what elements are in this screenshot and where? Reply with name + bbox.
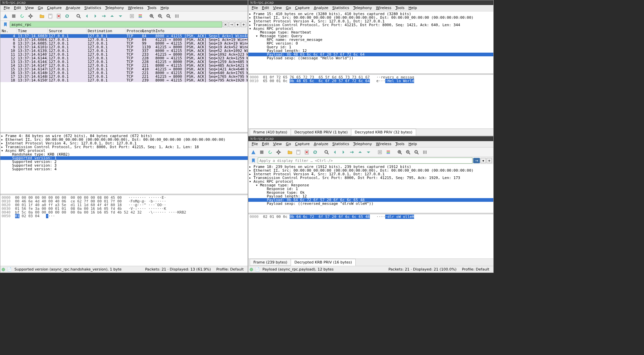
menu-go[interactable]: Go <box>284 5 293 11</box>
packet-bytes[interactable]: 0000 01 0f 72 65 76 65 72 73 65 5f 6d 65… <box>248 75 493 128</box>
save-icon[interactable] <box>47 12 54 20</box>
autoscroll-icon[interactable] <box>376 149 384 156</box>
menu-help[interactable]: Help <box>406 141 419 147</box>
menu-view[interactable]: View <box>23 5 36 11</box>
arrow-down-icon[interactable] <box>117 12 124 20</box>
bytes-tab[interactable]: Frame (239 bytes) <box>250 259 291 266</box>
tree-item[interactable]: Payload sexp: ((message "Hello World")) <box>248 56 493 60</box>
menu-go[interactable]: Go <box>36 5 45 11</box>
menu-wireless[interactable]: Wireless <box>374 141 393 147</box>
add-filter-icon[interactable]: + <box>487 158 492 163</box>
packet-row[interactable]: 1613:37:14.614865127.0.0.1127.0.0.1TCP22… <box>0 71 248 75</box>
column-header[interactable]: Info <box>154 28 248 34</box>
packet-row[interactable]: 1813:37:14.615057127.0.0.1127.0.0.1TCP23… <box>0 78 248 82</box>
refresh-icon[interactable] <box>311 149 319 156</box>
menu-wireless[interactable]: Wireless <box>374 5 393 11</box>
menu-tools[interactable]: Tools <box>393 5 406 11</box>
menu-help[interactable]: Help <box>158 5 171 11</box>
menu-telephony[interactable]: Telephony <box>351 5 374 11</box>
stop-icon[interactable] <box>258 149 265 156</box>
tree-item[interactable]: Payload sexp: ((reversed_message "dlroW … <box>248 202 493 205</box>
menu-edit[interactable]: Edit <box>12 5 23 11</box>
close-file-icon[interactable] <box>55 12 62 20</box>
packet-row[interactable]: 813:37:14.608522127.0.0.1127.0.0.1TCP998… <box>0 42 248 45</box>
menu-telephony[interactable]: Telephony <box>103 5 126 11</box>
filter-dropdown-icon[interactable]: ▾ <box>481 158 486 163</box>
display-filter-input[interactable] <box>10 21 222 27</box>
menu-edit[interactable]: Edit <box>260 5 271 11</box>
packet-details[interactable]: ▸ Frame 4: 84 bytes on wire (672 bits), … <box>0 133 248 194</box>
restart-icon[interactable] <box>266 149 274 156</box>
packet-row[interactable]: 1313:37:14.614434127.0.0.1127.0.0.1TCP22… <box>0 60 248 64</box>
hex-row[interactable]: 0050 01 02 03 04 ···· <box>2 214 246 218</box>
bytes-tab[interactable]: Decrypted KRB PRIV (32 bytes) <box>351 129 416 136</box>
column-header[interactable]: Source <box>47 28 86 34</box>
packet-details[interactable]: ▸ Frame 15: 410 bytes on wire (3280 bits… <box>248 11 493 73</box>
folder-open-icon[interactable] <box>38 12 46 20</box>
tree-item[interactable]: Supported version: 4 <box>0 167 248 171</box>
zoom-out-icon[interactable] <box>404 149 412 156</box>
packet-bytes[interactable]: 0000 00 00 00 00 00 00 00 00 00 00 00 00… <box>0 195 248 266</box>
menu-file[interactable]: File <box>250 5 260 11</box>
menu-capture[interactable]: Capture <box>45 5 64 11</box>
arrow-up-icon[interactable] <box>108 12 116 20</box>
status-profile[interactable]: Profile: Default <box>459 267 492 272</box>
jump-icon[interactable] <box>348 149 355 156</box>
shark-fin-icon[interactable] <box>250 149 257 156</box>
zoom-out-icon[interactable] <box>156 12 164 20</box>
menu-analyze[interactable]: Analyze <box>64 5 82 11</box>
arrow-right-icon[interactable] <box>340 149 347 156</box>
arrow-left-icon[interactable] <box>83 12 91 20</box>
packet-row[interactable]: 613:37:14.608437127.0.0.1127.0.0.1TCP844… <box>0 38 248 42</box>
search-icon[interactable] <box>323 149 330 156</box>
packet-row[interactable]: 1713:37:14.614881127.0.0.1127.0.0.1TCP22… <box>0 75 248 78</box>
packet-row[interactable]: 1513:37:14.614787127.0.0.1127.0.0.1TCP41… <box>0 67 248 71</box>
bytes-tab[interactable]: Frame (410 bytes) <box>250 129 291 136</box>
capture-file-icon[interactable]: 📄 <box>7 267 12 272</box>
restart-icon[interactable] <box>18 12 26 20</box>
menu-wireless[interactable]: Wireless <box>126 5 145 11</box>
resize-cols-icon[interactable] <box>173 12 181 20</box>
apply-filter-icon[interactable]: → <box>473 158 480 163</box>
menu-capture[interactable]: Capture <box>293 5 312 11</box>
shark-fin-icon[interactable] <box>2 12 9 20</box>
status-profile[interactable]: Profile: Default <box>213 267 246 272</box>
packet-row[interactable]: 1013:37:14.613929127.0.0.1127.0.0.1TCP33… <box>0 49 248 53</box>
apply-filter-icon[interactable]: → <box>229 22 234 27</box>
expert-info-icon[interactable] <box>250 268 253 271</box>
menu-statistics[interactable]: Statistics <box>82 5 103 11</box>
menu-go[interactable]: Go <box>284 141 293 147</box>
colorize-icon[interactable] <box>385 149 392 156</box>
arrow-left-icon[interactable] <box>331 149 339 156</box>
zoom-reset-icon[interactable]: 1 <box>165 12 172 20</box>
bookmark-icon[interactable] <box>2 21 9 28</box>
gear-icon[interactable] <box>27 12 34 20</box>
filter-dropdown-icon[interactable]: ▾ <box>235 22 240 27</box>
menu-statistics[interactable]: Statistics <box>330 5 351 11</box>
hex-row[interactable]: 0000 02 01 00 0c 0b 64 6c 72 6f 57 20 6f… <box>250 215 492 219</box>
display-filter-input[interactable] <box>258 158 473 164</box>
bytes-tab[interactable]: Decrypted KRB PRIV (1 byte) <box>291 129 351 136</box>
hex-row[interactable]: 0010 65 00 01 0c 0b 48 65 6c 6c 6f 20 57… <box>250 79 492 83</box>
menu-view[interactable]: View <box>271 5 284 11</box>
packet-row[interactable]: 1113:37:14.614079127.0.0.1127.0.0.1TCP23… <box>0 53 248 56</box>
packet-details[interactable]: ▸ Frame 18: 239 bytes on wire (1912 bits… <box>248 164 493 213</box>
gear-icon[interactable] <box>275 149 282 156</box>
packet-list[interactable]: No.TimeSourceDestinationProtocolLengthIn… <box>0 28 248 132</box>
menu-analyze[interactable]: Analyze <box>312 5 330 11</box>
colorize-icon[interactable] <box>137 12 144 20</box>
refresh-icon[interactable] <box>63 12 71 20</box>
packet-row[interactable]: 1213:37:14.614422127.0.0.1127.0.0.1TCP22… <box>0 56 248 60</box>
clear-filter-icon[interactable]: ✕ <box>223 22 228 27</box>
menu-capture[interactable]: Capture <box>293 141 312 147</box>
resize-cols-icon[interactable] <box>421 149 429 156</box>
zoom-reset-icon[interactable]: 1 <box>413 149 420 156</box>
menu-view[interactable]: View <box>271 141 284 147</box>
save-icon[interactable] <box>295 149 302 156</box>
capture-file-icon[interactable]: 📄 <box>255 267 260 272</box>
menu-file[interactable]: File <box>2 5 12 11</box>
search-icon[interactable] <box>75 12 82 20</box>
bookmark-icon[interactable] <box>250 157 257 164</box>
packet-bytes[interactable]: 0000 02 01 00 0c 0b 64 6c 72 6f 57 20 6f… <box>248 214 493 258</box>
menu-tools[interactable]: Tools <box>145 5 158 11</box>
